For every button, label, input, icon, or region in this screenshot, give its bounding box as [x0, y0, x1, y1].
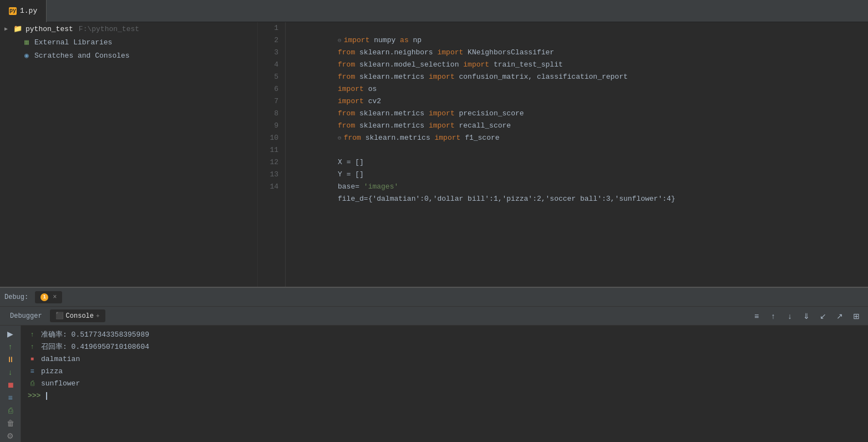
- console-area: ▶ ↑ ⏸ ↓ ⏹ ≡ ⎙ 🗑 ⚙ ↑ 准确率: 0.5177343358395…: [0, 326, 868, 442]
- btn-down2[interactable]: ⇓: [799, 309, 814, 323]
- sidebar-libraries-label: External Libraries: [34, 38, 112, 47]
- debug-tabs-header: Debug: 1 ×: [0, 288, 868, 307]
- pizza-text: pizza: [41, 365, 63, 378]
- sunflower-text: sunflower: [41, 378, 80, 390]
- sidebar-item-external-libraries[interactable]: ▦ External Libraries: [0, 35, 257, 49]
- sidebar-item-scratches[interactable]: ◉ Scratches and Consoles: [0, 49, 257, 62]
- console-terminal-icon: ⬛: [55, 312, 64, 320]
- print-icon: ⎙: [28, 379, 37, 388]
- gutter-btn-delete[interactable]: 🗑: [4, 418, 17, 429]
- console-line-recall: ↑ 召回率: 0.4196950710108604: [28, 341, 861, 353]
- console-prompt-symbol: >>>: [28, 390, 40, 402]
- debug-tab-1[interactable]: 1 ×: [35, 291, 62, 303]
- sidebar-project-name: python_test: [26, 25, 73, 33]
- gutter-btn-print[interactable]: ⎙: [4, 405, 17, 416]
- tab-console-label: Console: [66, 312, 94, 320]
- folder-icon: 📁: [13, 24, 22, 33]
- code-content[interactable]: ⊖import numpy as np from sklearn.neighbo…: [286, 22, 868, 287]
- code-line-13: base= 'images': [295, 169, 859, 181]
- gutter-btn-stop[interactable]: ⏹: [4, 379, 17, 390]
- arrow-up-icon-2: ↑: [28, 343, 37, 352]
- red-square-icon: ■: [28, 355, 37, 364]
- btn-up2[interactable]: ↗: [833, 309, 847, 323]
- debug-tab-1-icon: 1: [40, 293, 48, 301]
- console-line-dalmatian: ■ dalmatian: [28, 353, 861, 365]
- debug-label: Debug:: [4, 293, 28, 301]
- console-cursor: [46, 392, 47, 400]
- console-line-pizza: ≡ pizza: [28, 365, 861, 378]
- code-view[interactable]: 1 2 3 4 5 6 7 8 9 10 11 12 13 14 ⊖import…: [258, 22, 868, 287]
- code-line-11: X = []: [295, 144, 859, 156]
- tab-console[interactable]: ⬛ Console +: [50, 309, 105, 322]
- arrow-up-icon-1: ↑: [28, 331, 37, 339]
- editor-area: 1 2 3 4 5 6 7 8 9 10 11 12 13 14 ⊖import…: [258, 22, 868, 287]
- scratch-icon: ◉: [22, 51, 31, 60]
- code-line-12: Y = []: [295, 156, 859, 169]
- btn-down[interactable]: ↓: [783, 309, 797, 323]
- tab-filename: 1.py: [20, 7, 37, 15]
- sidebar-item-project[interactable]: ▶ 📁 python_test F:\python_test: [0, 22, 257, 35]
- console-tab-plus[interactable]: +: [96, 313, 100, 319]
- gutter-btn-pause[interactable]: ⏸: [4, 353, 17, 365]
- tab-debugger-label: Debugger: [10, 312, 42, 320]
- debug-tab-1-close[interactable]: ×: [53, 293, 57, 301]
- bottom-panel: Debug: 1 × Debugger ⬛ Console + ≡ ↑ ↓ ⇓ …: [0, 287, 868, 442]
- tab-debugger[interactable]: Debugger: [4, 310, 48, 322]
- top-bar: py 1.py: [0, 0, 868, 22]
- tab-file-icon: py: [9, 7, 17, 15]
- gutter-btn-list[interactable]: ≡: [4, 392, 17, 404]
- line-numbers: 1 2 3 4 5 6 7 8 9 10 11 12 13 14: [258, 22, 286, 287]
- arrow-icon: ▶: [4, 26, 10, 32]
- debug-inner-toolbar: Debugger ⬛ Console + ≡ ↑ ↓ ⇓ ↙ ↗ ⊞: [0, 307, 868, 326]
- active-tab[interactable]: py 1.py: [0, 0, 47, 22]
- btn-layout[interactable]: ≡: [749, 309, 764, 323]
- accuracy-text: 准确率: 0.5177343358395989: [41, 329, 149, 341]
- library-icon: ▦: [22, 38, 31, 47]
- console-line-prompt[interactable]: >>>: [28, 390, 861, 402]
- gutter-btn-step-down[interactable]: ↓: [4, 366, 17, 378]
- list-icon: ≡: [28, 367, 37, 376]
- gutter-btn-resume[interactable]: ▶: [4, 328, 17, 339]
- gutter-btn-settings[interactable]: ⚙: [4, 430, 17, 442]
- sidebar: ▶ 📁 python_test F:\python_test ▦ Externa…: [0, 22, 258, 287]
- btn-down3[interactable]: ↙: [816, 309, 830, 323]
- btn-grid[interactable]: ⊞: [849, 309, 864, 323]
- console-line-accuracy: ↑ 准确率: 0.5177343358395989: [28, 329, 861, 341]
- main-area: ▶ 📁 python_test F:\python_test ▦ Externa…: [0, 22, 868, 287]
- sidebar-scratches-label: Scratches and Consoles: [34, 52, 130, 60]
- recall-text: 召回率: 0.4196950710108604: [41, 341, 149, 353]
- console-line-sunflower: ⎙ sunflower: [28, 378, 861, 390]
- gutter-btn-step-over[interactable]: ↑: [4, 341, 17, 352]
- dalmatian-text: dalmatian: [41, 353, 80, 365]
- code-line-1: ⊖import numpy as np: [295, 22, 859, 34]
- code-line-6: import cv2: [295, 83, 859, 95]
- console-output[interactable]: ↑ 准确率: 0.5177343358395989 ↑ 召回率: 0.41969…: [21, 326, 868, 442]
- btn-up[interactable]: ↑: [766, 309, 780, 323]
- sidebar-project-path: F:\python_test: [79, 25, 139, 33]
- left-gutter: ▶ ↑ ⏸ ↓ ⏹ ≡ ⎙ 🗑 ⚙: [0, 326, 21, 442]
